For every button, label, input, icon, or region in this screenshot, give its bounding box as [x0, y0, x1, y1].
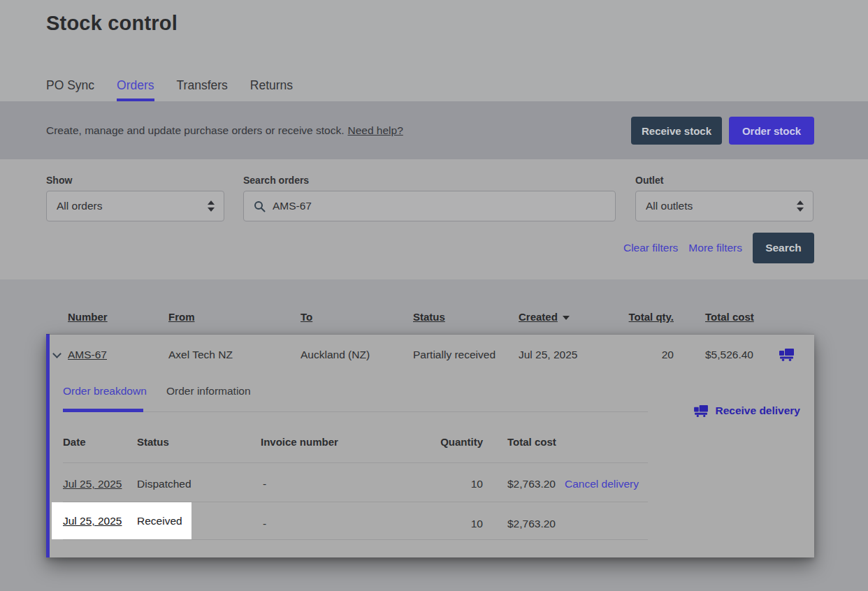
breakdown-header-date: Date [63, 436, 86, 448]
search-orders-field[interactable] [243, 191, 616, 221]
outlet-filter-label: Outlet [635, 175, 663, 186]
receive-stock-button[interactable]: Receive stock [631, 117, 722, 145]
stock-control-page: Stock control PO Sync Orders Transfers R… [0, 0, 868, 591]
tab-order-information[interactable]: Order information [166, 385, 251, 397]
outlet-filter-value: All outlets [646, 200, 693, 212]
banner-buttons: Receive stock Order stock [631, 117, 814, 145]
breakdown-header-quantity: Quantity [440, 436, 483, 448]
column-header-created[interactable]: Created [519, 311, 570, 323]
orders-table-header: Number From To Status Created Total qty.… [46, 305, 814, 329]
truck-icon[interactable] [779, 349, 795, 364]
order-created-cell: Jul 25, 2025 [519, 334, 577, 376]
order-total-cost-cell: $5,526.40 [705, 334, 753, 376]
truck-icon [694, 405, 709, 417]
order-from-cell: Axel Tech NZ [168, 334, 233, 376]
tab-returns[interactable]: Returns [250, 78, 293, 101]
active-tab-underline [63, 409, 143, 412]
filter-actions: Clear filters More filters Search [623, 233, 814, 263]
chevron-down-icon[interactable] [52, 349, 62, 358]
column-header-number[interactable]: Number [68, 311, 108, 323]
main-tabs: PO Sync Orders Transfers Returns [46, 78, 293, 101]
show-filter-value: All orders [57, 200, 102, 212]
breakdown-header-invoice: Invoice number [261, 436, 338, 448]
breakdown-header-status: Status [137, 436, 169, 448]
column-header-total-qty[interactable]: Total qty. [629, 311, 674, 323]
column-header-to[interactable]: To [301, 311, 312, 323]
order-total-qty-cell: 20 [662, 334, 674, 376]
receive-delivery-label: Receive delivery [715, 404, 800, 417]
row-divider [63, 539, 648, 540]
outlet-filter-select[interactable]: All outlets [635, 191, 813, 221]
search-orders-input[interactable] [273, 200, 566, 212]
tour-spotlight-highlight: Jul 25, 2025 Received [52, 502, 191, 539]
column-header-total-cost[interactable]: Total cost [705, 311, 754, 323]
intro-banner: Create, manage and update purchase order… [0, 101, 868, 159]
delivery-quantity-cell: 10 [471, 518, 483, 530]
delivery-status-cell: Dispatched [137, 478, 191, 490]
search-button[interactable]: Search [753, 233, 814, 263]
delivery-status-cell: Received [137, 502, 182, 539]
order-to-cell: Auckland (NZ) [301, 334, 370, 376]
tab-orders[interactable]: Orders [117, 78, 154, 101]
delivery-invoice-cell: - [263, 478, 266, 490]
search-orders-label: Search orders [243, 175, 309, 186]
delivery-date-link[interactable]: Jul 25, 2025 [63, 478, 122, 490]
row-divider [63, 462, 648, 463]
triangle-down-icon [563, 316, 570, 320]
receive-delivery-button[interactable]: Receive delivery [694, 402, 800, 420]
created-header-label: Created [519, 311, 558, 323]
need-help-link[interactable]: Need help? [348, 124, 403, 137]
column-header-status[interactable]: Status [413, 311, 445, 323]
page-title: Stock control [46, 12, 178, 35]
page-header: Stock control PO Sync Orders Transfers R… [0, 0, 868, 101]
show-filter-select[interactable]: All orders [46, 191, 224, 221]
column-header-from[interactable]: From [168, 311, 195, 323]
order-status-cell: Partially received [413, 334, 496, 376]
banner-description: Create, manage and update purchase order… [46, 124, 345, 137]
banner-text: Create, manage and update purchase order… [46, 101, 403, 159]
up-down-arrows-icon [208, 200, 215, 212]
up-down-arrows-icon [797, 200, 804, 212]
order-row-expanded-card: AMS-67 Axel Tech NZ Auckland (NZ) Partia… [46, 334, 814, 557]
more-filters-link[interactable]: More filters [688, 242, 742, 254]
tabs-divider [63, 411, 648, 412]
order-number-link[interactable]: AMS-67 [68, 334, 107, 376]
delivery-invoice-cell: - [263, 518, 266, 530]
cancel-delivery-link[interactable]: Cancel delivery [565, 478, 639, 490]
breakdown-header-total-cost: Total cost [507, 436, 556, 448]
delivery-total-cost-cell: $2,763.20 [507, 518, 556, 530]
delivery-quantity-cell: 10 [471, 478, 483, 490]
tab-order-breakdown[interactable]: Order breakdown [63, 385, 147, 397]
tab-po-sync[interactable]: PO Sync [46, 78, 94, 101]
filter-bar: Show All orders Search orders Outlet All… [0, 159, 868, 279]
tab-transfers[interactable]: Transfers [177, 78, 228, 101]
magnifier-icon [254, 200, 266, 212]
clear-filters-link[interactable]: Clear filters [623, 242, 678, 254]
delivery-total-cost-cell: $2,763.20 [507, 478, 556, 490]
show-filter-label: Show [46, 175, 72, 186]
order-stock-button[interactable]: Order stock [729, 117, 814, 145]
delivery-date-link[interactable]: Jul 25, 2025 [63, 502, 122, 539]
